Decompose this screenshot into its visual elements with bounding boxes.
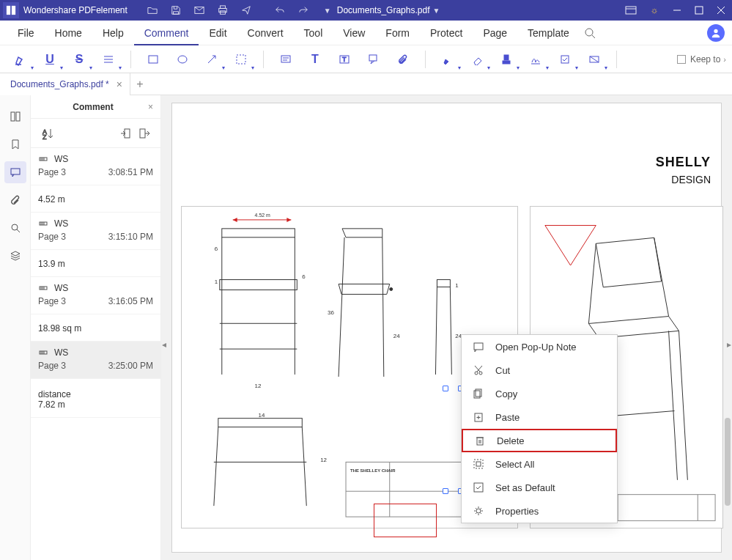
titlebar-filename: Documents_Graphs.pdf bbox=[337, 5, 430, 15]
list-tool[interactable]: ▾ bbox=[98, 49, 119, 70]
context-label: Copy bbox=[495, 388, 517, 399]
rectangle-annotation[interactable] bbox=[374, 504, 437, 537]
textbox-tool[interactable]: T bbox=[334, 49, 355, 70]
strikethrough-tool[interactable]: S▾ bbox=[69, 49, 89, 70]
mail-icon[interactable] bbox=[192, 3, 207, 18]
text-tool[interactable]: T bbox=[305, 49, 325, 70]
theme-icon[interactable]: ☼ bbox=[647, 3, 662, 18]
comment-item[interactable]: WS Page 33:08:51 PM bbox=[31, 148, 160, 185]
print-icon[interactable] bbox=[215, 3, 230, 18]
app-logo-icon bbox=[3, 2, 19, 18]
svg-text:1: 1 bbox=[215, 279, 218, 285]
context-cut[interactable]: Cut bbox=[462, 358, 617, 382]
keep-to-toggle[interactable]: Keep to › bbox=[677, 54, 726, 65]
sort-icon[interactable]: AZ bbox=[41, 127, 54, 140]
keep-checkbox-icon[interactable] bbox=[677, 55, 686, 64]
svg-marker-94 bbox=[545, 225, 596, 265]
export-comments-icon[interactable] bbox=[138, 128, 150, 139]
svg-text:6: 6 bbox=[302, 273, 306, 280]
card-icon[interactable] bbox=[624, 3, 638, 18]
svg-rect-43 bbox=[140, 129, 145, 138]
menu-comment[interactable]: Comment bbox=[134, 21, 199, 45]
menu-view[interactable]: View bbox=[333, 21, 375, 45]
document-tab[interactable]: Documents_Graphs.pdf * × bbox=[0, 73, 130, 95]
share-icon[interactable] bbox=[239, 3, 254, 18]
menu-template[interactable]: Template bbox=[517, 21, 580, 45]
context-default[interactable]: Set as Default bbox=[462, 476, 617, 499]
close-window-button[interactable] bbox=[710, 0, 732, 21]
delete-icon bbox=[473, 434, 487, 447]
menu-form[interactable]: Form bbox=[375, 21, 420, 45]
rectangle-shape-tool[interactable] bbox=[143, 49, 163, 70]
comments-panel-icon[interactable] bbox=[4, 161, 26, 183]
comment-item[interactable]: WS Page 33:16:05 PM bbox=[31, 277, 160, 314]
add-tab-button[interactable]: + bbox=[130, 73, 149, 95]
menu-tool[interactable]: Tool bbox=[294, 21, 333, 45]
redo-icon[interactable] bbox=[296, 3, 311, 18]
selectall-icon bbox=[472, 457, 485, 471]
note-tool[interactable] bbox=[276, 49, 296, 70]
context-selectall[interactable]: Select All bbox=[462, 452, 617, 476]
layers-icon[interactable] bbox=[4, 245, 26, 267]
svg-line-13 bbox=[592, 35, 595, 38]
user-avatar[interactable] bbox=[707, 24, 725, 42]
menu-protect[interactable]: Protect bbox=[420, 21, 473, 45]
save-icon[interactable] bbox=[169, 3, 183, 18]
open-icon[interactable] bbox=[145, 3, 160, 18]
menu-file[interactable]: File bbox=[7, 21, 45, 45]
signature-tool[interactable]: ▾ bbox=[525, 49, 546, 70]
undo-icon[interactable] bbox=[273, 3, 287, 18]
main-area: Comment × AZ WS Page 33:08:51 PM 4.52 m … bbox=[0, 95, 732, 560]
stamp2-tool[interactable]: ▾ bbox=[555, 49, 575, 70]
comment-body-row: 4.52 m bbox=[31, 185, 160, 213]
stamp-tool[interactable]: ▾ bbox=[496, 49, 517, 70]
context-copy[interactable]: Copy bbox=[462, 382, 617, 405]
import-comments-icon[interactable] bbox=[119, 128, 131, 139]
context-menu: Open Pop-Up NoteCutCopyPasteDeleteSelect… bbox=[461, 334, 618, 523]
vertical-scrollbar[interactable] bbox=[725, 418, 731, 506]
comment-time: 3:25:00 PM bbox=[108, 361, 153, 371]
context-paste[interactable]: Paste bbox=[462, 405, 617, 429]
tab-close-icon[interactable]: × bbox=[117, 78, 122, 90]
svg-marker-61 bbox=[233, 218, 237, 222]
eraser-tool[interactable]: ▾ bbox=[467, 49, 487, 70]
callout-tool[interactable] bbox=[363, 49, 384, 70]
thumbnails-icon[interactable] bbox=[4, 106, 26, 128]
comment-item[interactable]: WS Page 33:25:00 PM bbox=[31, 342, 160, 379]
svg-text:14: 14 bbox=[259, 412, 265, 419]
search-panel-icon[interactable] bbox=[4, 217, 26, 239]
svg-rect-84 bbox=[218, 419, 302, 427]
menu-page[interactable]: Page bbox=[473, 21, 517, 45]
comment-author: WS bbox=[54, 154, 68, 164]
comment-item[interactable]: WS Page 33:15:10 PM bbox=[31, 213, 160, 250]
underline-tool[interactable]: U▾ bbox=[40, 49, 60, 70]
doc-header-title: SHELLY bbox=[656, 155, 711, 170]
menu-home[interactable]: Home bbox=[45, 21, 92, 45]
maximize-button[interactable] bbox=[688, 0, 710, 21]
bookmarks-icon[interactable] bbox=[4, 133, 26, 155]
titlebar: Wondershare PDFelement ▼ Documents_Graph… bbox=[0, 0, 732, 21]
menu-edit[interactable]: Edit bbox=[199, 21, 237, 45]
context-label: Set as Default bbox=[495, 482, 555, 493]
document-canvas[interactable]: ◂ ▸ SHELLY DESIGN THE SHELLEY CHAIR 4.52… bbox=[161, 95, 732, 560]
menubar-search-icon[interactable] bbox=[584, 27, 596, 39]
minimize-button[interactable] bbox=[666, 0, 688, 21]
attachments-icon[interactable] bbox=[4, 189, 26, 211]
svg-rect-1 bbox=[12, 6, 15, 15]
context-delete[interactable]: Delete bbox=[462, 429, 617, 452]
pencil-tool[interactable]: ▾ bbox=[437, 49, 458, 70]
highlight-tool[interactable]: ▾ bbox=[10, 49, 31, 70]
menu-help[interactable]: Help bbox=[92, 21, 134, 45]
panel-collapse-icon[interactable]: ◂ bbox=[161, 337, 169, 352]
oval-shape-tool[interactable] bbox=[172, 49, 193, 70]
context-note[interactable]: Open Pop-Up Note bbox=[462, 335, 617, 358]
measure-tool[interactable]: ▾ bbox=[231, 49, 251, 70]
comments-panel-close-icon[interactable]: × bbox=[148, 102, 153, 112]
context-props[interactable]: Properties bbox=[462, 499, 617, 523]
menu-convert[interactable]: Convert bbox=[237, 21, 294, 45]
arrow-shape-tool[interactable]: ▾ bbox=[202, 49, 222, 70]
hide-tool[interactable]: ▾ bbox=[584, 49, 605, 70]
comment-toolbar: ▾ U▾ S▾ ▾ ▾ ▾ T T ▾ ▾ ▾ ▾ ▾ ▾ Keep to › bbox=[0, 45, 732, 73]
panel-expand-icon[interactable]: ▸ bbox=[725, 337, 732, 352]
attachment-tool[interactable] bbox=[393, 49, 413, 70]
